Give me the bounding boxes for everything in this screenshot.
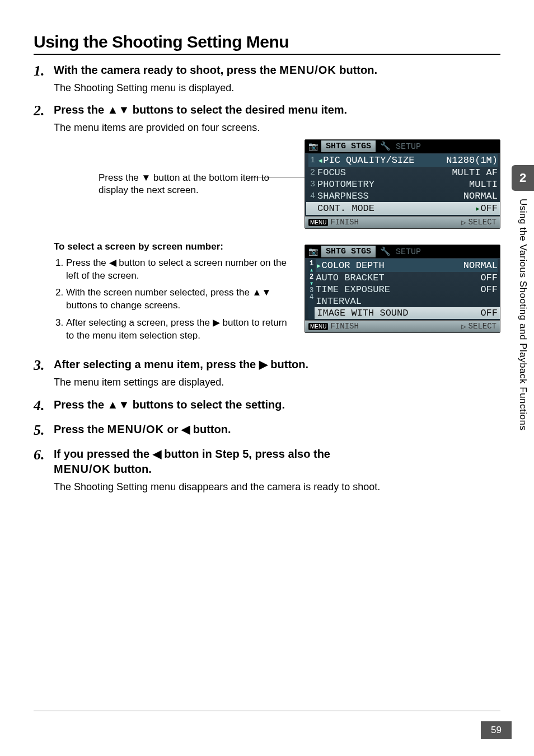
pager-down-icon: ▾ [310, 280, 313, 287]
lcd-footer: MENUFINISH ▷ SELECT [305, 320, 500, 332]
footer-finish: FINISH [330, 218, 358, 227]
caption-next-screen: Press the ▼ button at the bottom item to… [54, 172, 305, 196]
step-desc: The Shooting Setting menu is displayed. [54, 81, 500, 95]
sub-item: After selecting a screen, press the ▶ bu… [66, 317, 294, 342]
step-title-part: Press the [54, 423, 107, 435]
pager-num: 2 [310, 274, 313, 280]
page-number: 59 [481, 721, 512, 739]
lcd-row: IMAGE WITH SOUNDOFF [315, 307, 500, 319]
step-2: 2. Press the ▲▼ buttons to select the de… [34, 102, 500, 134]
step-number: 4. [34, 397, 54, 414]
right-triangle-icon: ▷ [461, 322, 466, 331]
lcd-row: CONT. MODE▸ OFF [306, 202, 500, 215]
menu-chip-icon: MENU [308, 323, 328, 330]
step-title: If you pressed the ◀ button in Step 5, p… [54, 447, 500, 477]
sub-title: To select a screen by screen number: [54, 241, 294, 252]
step-number: 3. [34, 357, 54, 374]
camera-icon: 📷 [305, 246, 321, 257]
lcd-row: 4SHARPNESSNORMAL [308, 190, 498, 202]
lcd-row: 3PHOTOMETRYMULTI [308, 179, 498, 190]
pager-up-icon: ▴ [310, 267, 313, 274]
step-title-part: button. [336, 64, 377, 76]
step-desc: The menu items are provided on four scre… [54, 121, 500, 134]
menu-ok-label: MENU/OK [54, 462, 110, 477]
lcd-row: 2FOCUSMULTI AF [308, 167, 498, 179]
tab-shooting: SHTG STGS [321, 246, 376, 257]
step-6: 6. If you pressed the ◀ button in Step 5… [34, 447, 500, 494]
pager-num: 4 [310, 294, 313, 300]
caption-text: Press the ▼ button at the bottom item to… [99, 172, 269, 195]
step-5: 5. Press the MENU/OK or ◀ button. [34, 422, 500, 439]
lcd-row: TIME EXPOSUREOFF [316, 284, 498, 295]
step-1: 1. With the camera ready to shoot, press… [34, 63, 500, 95]
tab-setup: 🔧 SETUP [376, 140, 425, 153]
lcd-tabbar: 📷 SHTG STGS 🔧 SETUP [305, 245, 500, 258]
step-title: Press the ▲▼ buttons to select the setti… [54, 397, 500, 412]
lcd-screenshot-1: 📷 SHTG STGS 🔧 SETUP 1◂PIC QUALITY/SIZEN1… [305, 139, 500, 229]
footer-select: SELECT [469, 322, 496, 331]
lcd-row: ▸COLOR DEPTHNORMAL [316, 259, 498, 272]
pager-num: 3 [310, 287, 313, 294]
pager-num: 1 [310, 260, 313, 267]
step-title: Press the ▲▼ buttons to select the desir… [54, 102, 500, 118]
step-number: 2. [34, 102, 54, 119]
step-desc: The Shooting Setting menu disappears and… [54, 480, 500, 494]
side-running-title: Using the Various Shooting and Playback … [517, 199, 528, 430]
right-triangle-icon: ▷ [461, 218, 466, 227]
footer-select: SELECT [469, 218, 496, 227]
step-number: 6. [34, 447, 54, 463]
step-title-part: or ◀ button. [164, 423, 231, 435]
footer-rule [34, 711, 500, 711]
menu-ok-label: MENU/OK [107, 422, 164, 437]
screen-pager: 1 ▴ 2 ▾ 3 4 [308, 259, 315, 319]
step-3: 3. After selecting a menu item, press th… [34, 357, 500, 389]
step-number: 1. [34, 63, 54, 79]
step-number: 5. [34, 422, 54, 439]
chapter-number: 2 [512, 165, 534, 191]
step-desc: The menu item settings are displayed. [54, 375, 500, 389]
footer-finish: FINISH [330, 322, 358, 331]
lcd-footer: MENUFINISH ▷ SELECT [305, 216, 500, 228]
step-title: With the camera ready to shoot, press th… [54, 63, 500, 78]
sub-block: To select a screen by screen number: Pre… [34, 241, 500, 348]
step-title-part: With the camera ready to shoot, press th… [54, 64, 279, 76]
sub-item: Press the ◀ button to select a screen nu… [66, 257, 294, 283]
sub-item: With the screen number selected, press t… [66, 287, 294, 312]
side-tab: 2 Using the Various Shooting and Playbac… [512, 165, 534, 430]
tab-shooting: SHTG STGS [321, 140, 376, 152]
page-title: Using the Shooting Setting Menu [34, 32, 500, 55]
lcd-tabbar: 📷 SHTG STGS 🔧 SETUP [305, 140, 500, 153]
step-title: After selecting a menu item, press the ▶… [54, 357, 500, 372]
tab-setup: 🔧 SETUP [376, 245, 425, 258]
screenshot-row-1: Press the ▼ button at the bottom item to… [34, 139, 500, 229]
lcd-row: INTERVAL [316, 295, 498, 307]
lcd-screenshot-2: 📷 SHTG STGS 🔧 SETUP 1 ▴ 2 ▾ 3 4 ▸COLOR D… [305, 245, 500, 333]
camera-icon: 📷 [305, 140, 321, 152]
step-4: 4. Press the ▲▼ buttons to select the se… [34, 397, 500, 414]
lcd-row: AUTO BRACKETOFF [316, 272, 498, 284]
lcd-row: 1◂PIC QUALITY/SIZEN1280(1M) [308, 154, 498, 167]
step-title: Press the MENU/OK or ◀ button. [54, 422, 500, 437]
menu-chip-icon: MENU [308, 219, 328, 226]
menu-ok-label: MENU/OK [279, 63, 336, 78]
step-title-part: If you pressed the ◀ button in Step 5, p… [54, 448, 330, 460]
step-title-part: button. [110, 463, 151, 475]
